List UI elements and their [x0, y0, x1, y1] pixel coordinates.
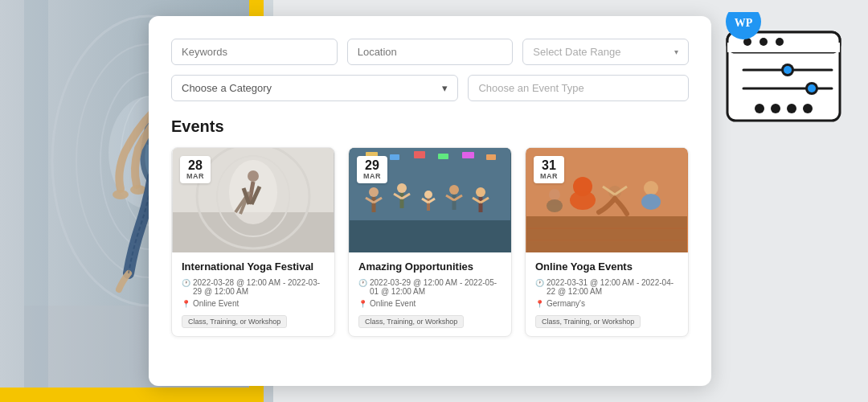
event-1-pin-icon: 📍 — [182, 300, 190, 308]
svg-rect-53 — [526, 216, 687, 252]
event-3-pin-icon: 📍 — [535, 300, 544, 308]
svg-point-80 — [787, 104, 796, 113]
event-card-2[interactable]: 29 MAR Amazing Opportunities 🕐 2022-03-2… — [348, 147, 512, 337]
event-3-location: 📍 Germany's — [535, 299, 678, 308]
svg-point-77 — [808, 84, 816, 92]
svg-point-44 — [449, 185, 459, 195]
svg-rect-5 — [24, 0, 48, 402]
svg-point-70 — [760, 38, 768, 46]
category-dropdown[interactable]: Choose a Category ▾ — [171, 75, 458, 101]
svg-rect-31 — [486, 154, 496, 160]
event-type-label: Choose an Event Type — [478, 82, 583, 94]
wp-widget-area: WP — [719, 12, 856, 141]
event-1-name: International Yoga Festival — [182, 260, 325, 274]
svg-rect-28 — [414, 151, 425, 158]
category-label: Choose a Category — [182, 82, 272, 94]
svg-point-81 — [803, 104, 813, 113]
event-3-month: MAR — [540, 172, 558, 180]
svg-point-56 — [570, 191, 596, 210]
svg-text:WP: WP — [735, 17, 753, 29]
svg-rect-27 — [390, 154, 399, 160]
event-type-dropdown[interactable]: Choose an Event Type — [468, 75, 689, 101]
keywords-input[interactable] — [171, 39, 338, 65]
event-2-tag: Class, Training, or Workshop — [358, 315, 464, 328]
events-grid: 28 MAR International Yoga Festival 🕐 202… — [171, 147, 689, 337]
svg-point-17 — [248, 170, 259, 182]
main-panel: Select Date Range ▾ Choose a Category ▾ … — [149, 16, 711, 386]
event-2-day: 29 — [363, 159, 381, 172]
event-1-tag: Class, Training, or Workshop — [182, 315, 287, 328]
event-3-clock-icon: 🕐 — [535, 279, 544, 287]
svg-point-10 — [113, 190, 129, 199]
event-1-day: 28 — [186, 159, 204, 172]
event-3-date: 🕐 2022-03-31 @ 12:00 AM - 2022-04-22 @ 1… — [535, 278, 678, 296]
event-card-1[interactable]: 28 MAR International Yoga Festival 🕐 202… — [171, 147, 335, 337]
event-1-month: MAR — [186, 172, 204, 180]
event-2-location: 📍 Online Event — [358, 299, 502, 308]
svg-point-32 — [369, 187, 379, 197]
yellow-bottom-bar — [0, 388, 249, 402]
svg-point-61 — [547, 199, 563, 212]
event-1-date: 🕐 2022-03-28 @ 12:00 AM - 2022-03-29 @ 1… — [182, 278, 325, 296]
svg-point-40 — [424, 191, 432, 199]
event-2-date-badge: 29 MAR — [357, 156, 387, 183]
svg-point-79 — [771, 104, 780, 113]
event-2-date: 🕐 2022-03-29 @ 12:00 AM - 2022-05-01 @ 1… — [358, 278, 502, 296]
event-card-3[interactable]: 31 MAR Online Yoga Events 🕐 2022-03-31 @… — [525, 147, 689, 337]
events-section-title: Events — [171, 117, 689, 136]
wp-widget-svg: WP — [719, 12, 856, 137]
event-2-pin-icon: 📍 — [358, 300, 367, 308]
event-image-2: 29 MAR — [349, 148, 511, 252]
event-3-day: 31 — [540, 159, 558, 172]
svg-rect-30 — [462, 152, 474, 158]
filter-row-1: Select Date Range ▾ — [171, 39, 689, 65]
svg-point-58 — [644, 181, 658, 195]
svg-rect-29 — [438, 154, 448, 159]
event-1-date-badge: 28 MAR — [180, 156, 211, 183]
event-2-name: Amazing Opportunities — [358, 260, 502, 274]
svg-point-48 — [476, 187, 485, 197]
location-input[interactable] — [347, 39, 514, 65]
svg-point-60 — [549, 189, 560, 200]
svg-rect-24 — [350, 220, 510, 252]
event-2-info: Amazing Opportunities 🕐 2022-03-29 @ 12:… — [349, 252, 511, 336]
event-3-info: Online Yoga Events 🕐 2022-03-31 @ 12:00 … — [526, 252, 688, 336]
event-1-location: 📍 Online Event — [182, 299, 325, 308]
event-1-clock-icon: 🕐 — [182, 279, 190, 287]
date-range-label: Select Date Range — [533, 46, 620, 58]
event-3-date-badge: 31 MAR — [534, 156, 564, 183]
svg-point-59 — [641, 194, 661, 210]
event-3-name: Online Yoga Events — [535, 260, 678, 274]
date-range-dropdown[interactable]: Select Date Range ▾ — [522, 39, 689, 65]
svg-point-36 — [397, 183, 407, 193]
event-2-month: MAR — [363, 172, 381, 180]
svg-point-74 — [784, 66, 792, 74]
date-range-arrow-icon: ▾ — [674, 47, 678, 56]
event-2-clock-icon: 🕐 — [358, 279, 367, 287]
event-image-1: 28 MAR — [172, 148, 334, 252]
event-image-3: 31 MAR — [526, 148, 688, 252]
event-1-info: International Yoga Festival 🕐 2022-03-28… — [172, 252, 334, 336]
svg-point-71 — [776, 38, 784, 46]
svg-point-78 — [755, 104, 764, 113]
category-arrow-icon: ▾ — [442, 82, 448, 94]
event-3-tag: Class, Training, or Workshop — [535, 315, 641, 328]
filter-row-2: Choose a Category ▾ Choose an Event Type — [171, 75, 689, 101]
